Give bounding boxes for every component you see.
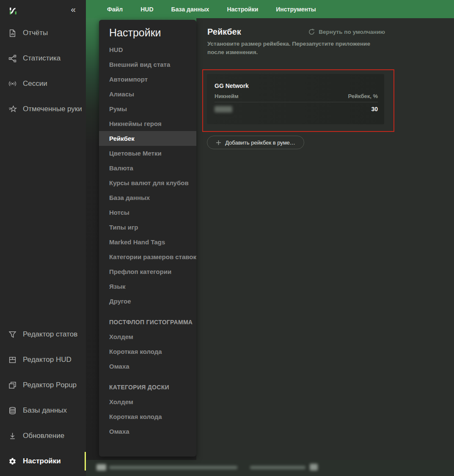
databases-icon <box>8 407 17 415</box>
stat-editor-icon <box>8 331 17 339</box>
redacted-status-text <box>109 466 237 469</box>
room-name: GG Network <box>215 82 378 89</box>
menu-settings[interactable]: Настройки <box>227 6 258 13</box>
sidebar-item-label: Редактор статов <box>23 330 77 339</box>
active-item-accent-bar <box>85 452 86 471</box>
settings-nav-currency[interactable]: Валюта <box>99 161 196 175</box>
sidebar-item-sessions[interactable]: Сессии <box>0 71 86 96</box>
settings-nav-omaha-board[interactable]: Омаха <box>99 424 196 439</box>
settings-nav-holdem-board[interactable]: Холдем <box>99 394 196 409</box>
sidebar-header: « <box>0 0 86 21</box>
sidebar-item-label: Статистика <box>23 54 61 63</box>
card-divider <box>215 102 378 102</box>
section-board-category: КАТЕГОРИЯ ДОСКИ <box>99 380 196 394</box>
sidebar-item-label: Сессии <box>23 79 47 88</box>
sidebar-item-popup-editor[interactable]: Редактор Popup <box>0 372 86 398</box>
collapse-sidebar-icon[interactable]: « <box>71 4 76 14</box>
add-rakeback-label: Добавить рейкбек в руме… <box>225 140 295 146</box>
page-header: Рейкбек Вернуть по умолчанию <box>207 27 385 37</box>
statistics-icon <box>8 55 17 63</box>
sidebar-item-statistics[interactable]: Статистика <box>0 46 86 71</box>
settings-nav-stat-appearance[interactable]: Внешний вид стата <box>99 57 196 72</box>
settings-nav-panel: Настройки HUD Внешний вид стата Автоимпо… <box>99 20 196 457</box>
settings-nav-rakeback[interactable]: Рейкбек <box>99 131 196 146</box>
settings-nav-bet-size-categories[interactable]: Категории размеров ставок <box>99 249 196 264</box>
menu-hud[interactable]: HUD <box>140 6 153 13</box>
sidebar-item-databases[interactable]: Базы данных <box>0 398 86 423</box>
main-content: Рейкбек Вернуть по умолчанию Установите … <box>196 18 454 460</box>
settings-nav-holdem-histogram[interactable]: Холдем <box>99 329 196 344</box>
sidebar-top-group: Отчёты Статистика Се <box>0 20 86 122</box>
status-bar <box>86 460 454 476</box>
menu-tools[interactable]: Инструменты <box>276 6 316 13</box>
popup-editor-icon <box>8 381 17 389</box>
rakeback-row[interactable]: 30 <box>215 106 378 112</box>
settings-nav-omaha-histogram[interactable]: Омаха <box>99 359 196 374</box>
rakeback-column-header: Рейкбек, % <box>348 93 378 99</box>
sidebar-item-label: Редактор Popup <box>23 381 77 389</box>
settings-gear-icon <box>8 457 17 465</box>
card-column-headers: Никнейм Рейкбек, % <box>215 93 378 99</box>
settings-nav-notes[interactable]: Нотсы <box>99 205 196 220</box>
settings-nav-hud[interactable]: HUD <box>99 42 196 57</box>
nickname-column-header: Никнейм <box>215 93 239 99</box>
sessions-icon <box>8 80 17 88</box>
sidebar-item-settings[interactable]: Настройки <box>0 449 86 474</box>
sidebar-item-hud-editor[interactable]: Редактор HUD <box>0 347 86 372</box>
settings-nav-aliases[interactable]: Алиасы <box>99 87 196 101</box>
menubar: Файл HUD База данных Настройки Инструмен… <box>86 0 454 18</box>
section-postflop-histogram: ПОСТФЛОП ГИСТОГРАММА <box>99 315 196 329</box>
sidebar-item-label: Обновление <box>23 432 64 440</box>
sidebar-item-update[interactable]: Обновление <box>0 423 86 449</box>
settings-nav-shortdeck-board[interactable]: Короткая колода <box>99 409 196 424</box>
update-icon <box>8 432 17 440</box>
page-description: Установите размер рейкбека. Перезапустит… <box>207 40 377 57</box>
redacted-status-text <box>96 464 106 471</box>
settings-nav-marked-hand-tags[interactable]: Marked Hand Tags <box>99 235 196 249</box>
sidebar-item-stat-editor[interactable]: Редактор статов <box>0 322 86 347</box>
rakeback-room-card: GG Network Никнейм Рейкбек, % 30 <box>207 74 384 124</box>
settings-nav-color-labels[interactable]: Цветовые Метки <box>99 146 196 161</box>
hand2note-logo-icon <box>8 6 18 17</box>
menu-database[interactable]: База данных <box>171 6 209 13</box>
hud-editor-icon <box>8 356 17 364</box>
settings-panel-title: Настройки <box>109 27 196 39</box>
sidebar-item-label: Отчёты <box>23 29 48 37</box>
nickname-redacted <box>215 106 232 112</box>
rakeback-value: 30 <box>371 106 378 112</box>
settings-nav-other[interactable]: Другое <box>99 294 196 309</box>
settings-nav-database[interactable]: База данных <box>99 190 196 205</box>
app-window: « Отчёты Статистика <box>0 0 454 476</box>
settings-nav-autoimport[interactable]: Автоимпорт <box>99 72 196 87</box>
redacted-status-text <box>310 464 318 471</box>
sidebar-item-label: Базы данных <box>23 406 67 415</box>
plus-icon <box>216 140 221 145</box>
settings-nav-club-currency-rates[interactable]: Курсы валют для клубов <box>99 175 196 190</box>
settings-nav-shortdeck-histogram[interactable]: Короткая колода <box>99 344 196 359</box>
reports-icon <box>8 29 17 37</box>
reset-icon <box>308 28 315 36</box>
sidebar-item-label: Редактор HUD <box>23 356 72 364</box>
reset-to-default-button[interactable]: Вернуть по умолчанию <box>308 28 385 36</box>
page-title: Рейкбек <box>207 27 241 37</box>
redacted-status-text <box>250 466 305 469</box>
reset-label: Вернуть по умолчанию <box>319 29 385 35</box>
sidebar-item-reports[interactable]: Отчёты <box>0 20 86 46</box>
sidebar-item-label: Настройки <box>23 457 61 465</box>
settings-nav-preflop-categories[interactable]: Префлоп категории <box>99 264 196 279</box>
settings-nav-rooms[interactable]: Румы <box>99 101 196 116</box>
add-rakeback-button[interactable]: Добавить рейкбек в руме… <box>207 136 304 149</box>
menu-file[interactable]: Файл <box>107 6 123 13</box>
settings-nav-language[interactable]: Язык <box>99 279 196 294</box>
settings-nav-game-types[interactable]: Типы игр <box>99 220 196 235</box>
settings-nav-hero-nicknames[interactable]: Никнеймы героя <box>99 116 196 131</box>
sidebar-item-marked-hands[interactable]: Отмеченные руки <box>0 96 86 122</box>
sidebar-item-label: Отмеченные руки <box>23 105 82 113</box>
marked-hands-icon <box>8 105 17 113</box>
sidebar: « Отчёты Статистика <box>0 0 86 476</box>
sidebar-bottom-group: Редактор статов Редактор HUD Редактор Po… <box>0 322 86 474</box>
